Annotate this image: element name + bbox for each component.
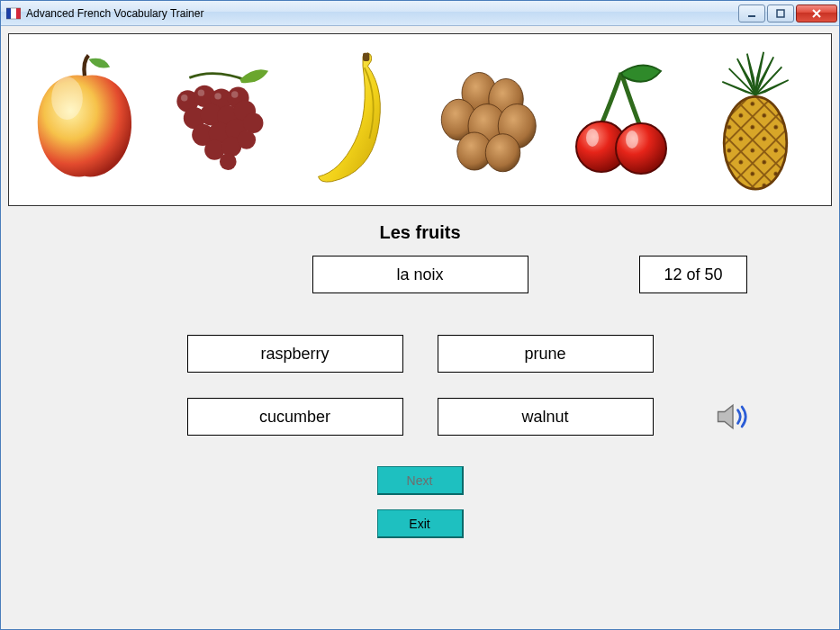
cherries-image — [558, 43, 684, 196]
svg-point-34 — [485, 134, 520, 172]
play-audio-button[interactable] — [713, 397, 753, 436]
answer-grid: raspberry prune cucumber walnut — [8, 335, 832, 436]
pineapple-image — [692, 43, 818, 196]
french-flag-icon — [6, 6, 21, 21]
answer-option-3[interactable]: cucumber — [187, 398, 403, 436]
svg-point-18 — [243, 113, 263, 133]
window-controls — [738, 4, 837, 22]
exit-button[interactable]: Exit — [377, 509, 464, 538]
next-button[interactable]: Next — [377, 466, 464, 495]
svg-point-25 — [215, 93, 221, 99]
svg-point-21 — [238, 130, 257, 149]
svg-point-36 — [616, 123, 666, 174]
svg-point-26 — [231, 91, 238, 97]
progress-counter: 12 of 50 — [639, 256, 747, 293]
svg-point-24 — [198, 89, 204, 95]
window-title: Advanced French Vocabulary Trainer — [26, 7, 738, 20]
minimize-button[interactable] — [738, 4, 765, 22]
svg-rect-1 — [11, 8, 16, 19]
svg-point-22 — [220, 153, 237, 170]
walnuts-image — [424, 43, 550, 196]
svg-rect-0 — [6, 8, 11, 19]
prompt-row: la noix 12 of 50 — [8, 254, 832, 295]
svg-rect-27 — [363, 53, 369, 61]
svg-point-43 — [724, 96, 787, 189]
category-title: Les fruits — [8, 222, 832, 243]
image-strip — [8, 33, 832, 206]
maximize-button[interactable] — [767, 4, 794, 22]
svg-point-37 — [586, 129, 599, 147]
bottom-buttons: Next Exit — [8, 466, 832, 538]
titlebar: Advanced French Vocabulary Trainer — [1, 1, 839, 26]
banana-image — [290, 43, 416, 196]
answer-option-4[interactable]: walnut — [438, 398, 654, 436]
close-button[interactable] — [796, 4, 837, 22]
apple-image — [22, 43, 148, 196]
answer-option-1[interactable]: raspberry — [187, 335, 403, 373]
svg-rect-2 — [16, 8, 21, 19]
svg-rect-5 — [777, 10, 784, 17]
svg-point-6 — [52, 76, 84, 120]
main-content: Les fruits la noix 12 of 50 raspberry pr… — [1, 26, 839, 629]
svg-point-38 — [626, 130, 638, 148]
grapes-image — [156, 43, 282, 196]
svg-rect-4 — [748, 15, 755, 17]
app-window: Advanced French Vocabulary Trainer — [0, 0, 840, 630]
svg-point-23 — [181, 94, 187, 101]
prompt-word-box: la noix — [312, 256, 528, 293]
answer-option-2[interactable]: prune — [438, 335, 654, 373]
